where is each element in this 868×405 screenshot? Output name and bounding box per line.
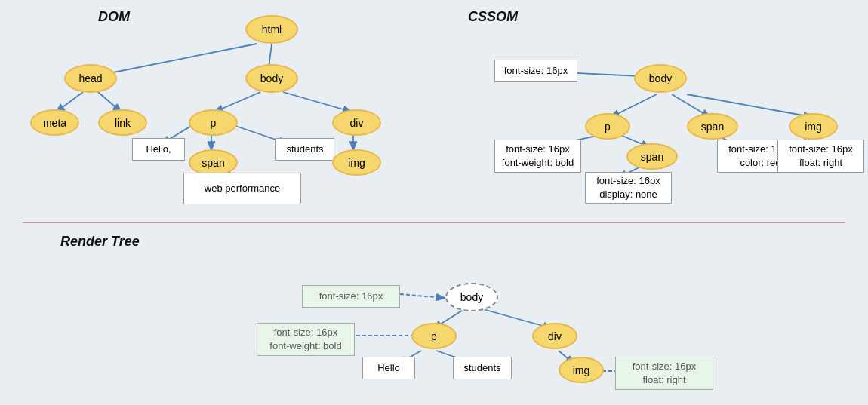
- dom-web-performance-text: web performance: [183, 173, 301, 204]
- dom-hello-text: Hello,: [132, 138, 185, 161]
- dom-img-node: img: [332, 149, 381, 176]
- cssom-p-node: p: [585, 113, 630, 140]
- render-p-styles-rect: font-size: 16px font-weight: bold: [257, 323, 355, 356]
- dom-p-node: p: [189, 109, 238, 136]
- diagram-container: DOM CSSOM Render Tree html head body met…: [0, 0, 868, 405]
- dom-meta-node: meta: [30, 109, 79, 136]
- cssom-body-node: body: [634, 64, 687, 93]
- svg-line-20: [400, 294, 444, 298]
- render-img-styles-rect: font-size: 16px float: right: [615, 357, 713, 390]
- render-img-node: img: [559, 357, 604, 383]
- svg-line-4: [215, 92, 260, 112]
- dom-div-node: div: [332, 109, 381, 136]
- render-p-node: p: [411, 323, 457, 349]
- dom-students-text: students: [275, 138, 334, 161]
- cssom-img-styles-rect: font-size: 16px float: right: [777, 140, 864, 173]
- cssom-p-styles-rect: font-size: 16px font-weight: bold: [494, 140, 581, 173]
- render-fontsize-rect: font-size: 16px: [302, 285, 400, 308]
- dom-label: DOM: [98, 9, 130, 25]
- render-body-node: body: [445, 283, 498, 311]
- render-students-text: students: [453, 357, 512, 379]
- dom-link-node: link: [98, 109, 147, 136]
- dom-body-node: body: [245, 64, 298, 93]
- dom-html-node: html: [245, 15, 298, 44]
- render-div-node: div: [532, 323, 577, 349]
- svg-line-2: [57, 92, 83, 112]
- cssom-span-child-node: span: [626, 143, 678, 170]
- cssom-span-node: span: [687, 113, 738, 140]
- dom-span-node: span: [189, 149, 238, 176]
- svg-line-0: [98, 44, 257, 75]
- svg-line-3: [98, 92, 121, 112]
- dom-head-node: head: [64, 64, 117, 93]
- cssom-span-inner-rect: font-size: 16px display: none: [585, 172, 672, 204]
- cssom-img-node: img: [789, 113, 838, 140]
- render-hello-text: Hello: [362, 357, 415, 379]
- svg-line-5: [283, 92, 351, 112]
- cssom-label: CSSOM: [468, 9, 518, 25]
- cssom-fontsize-body-rect: font-size: 16px: [494, 60, 577, 82]
- divider: [23, 222, 845, 223]
- svg-line-12: [611, 94, 657, 117]
- render-label: Render Tree: [60, 234, 140, 250]
